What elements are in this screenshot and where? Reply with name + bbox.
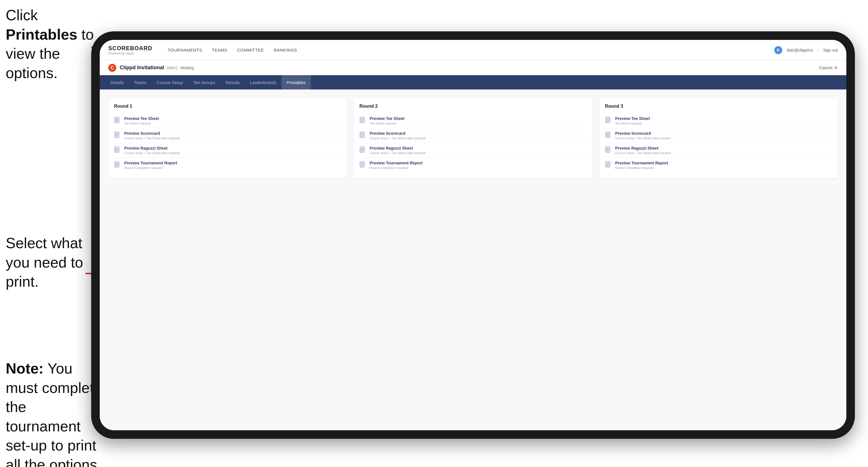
instruction-middle-text: Select what you need to print.	[6, 235, 83, 290]
main-content: Round 1 Preview Tee Sheet Tee Sheet requ…	[100, 90, 846, 430]
printables-bold: Printables	[6, 26, 77, 43]
nav-tournaments[interactable]: TOURNAMENTS	[163, 46, 206, 54]
tablet-screen: SCOREBOARD Powered by clippd TOURNAMENTS…	[100, 40, 846, 430]
cancel-label: Cancel	[819, 65, 832, 70]
tournament-status: Hosting	[180, 65, 194, 70]
tournament-name: Clippd Invitational	[120, 65, 164, 71]
round-3-raguzzi[interactable]: Preview Raguzzi Sheet Course setup + Tee…	[605, 143, 832, 158]
round-3-section: Round 3 Preview Tee Sheet Tee Sheet requ…	[599, 98, 838, 178]
instruction-bottom-text: Note: You must complete the tournament s…	[6, 360, 102, 467]
top-navigation: SCOREBOARD Powered by clippd TOURNAMENTS…	[100, 40, 846, 60]
r2-report-title: Preview Tournament Report	[370, 161, 423, 165]
svg-rect-2	[115, 117, 119, 123]
round-3-scorecard[interactable]: Preview Scorecard Course setup + Tee She…	[605, 128, 832, 143]
tab-leaderboards[interactable]: Leaderboards	[245, 75, 282, 90]
cancel-button[interactable]: Cancel ✕	[819, 65, 838, 70]
round-2-raguzzi[interactable]: Preview Raguzzi Sheet Course setup + Tee…	[359, 143, 586, 158]
nav-committee[interactable]: COMMITTEE	[233, 46, 268, 54]
r3-raguzzi-sub: Course setup + Tee Sheet data required	[615, 151, 671, 155]
round-2-section: Round 2 Preview Tee Sheet Tee Sheet requ…	[354, 98, 592, 178]
user-area: B blair@clippd.io | Sign out	[774, 46, 838, 54]
user-email: blair@clippd.io	[787, 48, 813, 53]
r3-raguzzi-title: Preview Raguzzi Sheet	[615, 146, 671, 150]
document-icon	[605, 132, 612, 139]
svg-rect-46	[606, 161, 610, 167]
svg-rect-34	[606, 117, 610, 123]
tab-details[interactable]: Details	[105, 75, 129, 90]
r2-tee-sub: Tee Sheet required	[370, 122, 404, 125]
r3-report-title: Preview Tournament Report	[615, 161, 668, 165]
nav-teams[interactable]: TEAMS	[208, 46, 231, 54]
r3-scorecard-sub: Course setup + Tee Sheet data required	[615, 136, 671, 140]
r2-tee-title: Preview Tee Sheet	[370, 116, 404, 121]
rounds-grid: Round 1 Preview Tee Sheet Tee Sheet requ…	[108, 98, 838, 178]
tab-results[interactable]: Results	[220, 75, 245, 90]
r2-raguzzi-title: Preview Raguzzi Sheet	[370, 146, 425, 150]
r3-report-sub: Round Completion required	[615, 166, 668, 169]
instruction-bottom: Note: You must complete the tournament s…	[6, 359, 102, 467]
svg-rect-18	[360, 117, 365, 123]
r3-scorecard-title: Preview Scorecard	[615, 131, 671, 136]
document-icon	[114, 147, 121, 154]
svg-rect-10	[115, 147, 119, 152]
round-1-raguzzi[interactable]: Preview Raguzzi Sheet Course setup + Tee…	[114, 143, 341, 158]
svg-rect-42	[606, 147, 610, 152]
user-avatar: B	[774, 46, 782, 54]
round-2-scorecard[interactable]: Preview Scorecard Course setup + Tee She…	[359, 128, 586, 143]
r3-tee-title: Preview Tee Sheet	[615, 116, 650, 121]
svg-rect-38	[606, 132, 610, 137]
r1-scorecard-sub: Course setup + Tee Sheet data required	[124, 136, 180, 140]
round-1-scorecard[interactable]: Preview Scorecard Course setup + Tee She…	[114, 128, 341, 143]
document-icon	[359, 132, 366, 139]
sub-navigation: Details Teams Course Setup Tee Groups Re…	[100, 75, 846, 90]
main-nav: TOURNAMENTS TEAMS COMMITTEE RANKINGS	[163, 46, 774, 54]
r2-scorecard-sub: Course setup + Tee Sheet data required	[370, 136, 425, 140]
r1-raguzzi-title: Preview Raguzzi Sheet	[124, 146, 180, 150]
round-2-tournament-report[interactable]: Preview Tournament Report Round Completi…	[359, 158, 586, 173]
svg-rect-22	[360, 132, 365, 137]
brand-title: SCOREBOARD	[108, 45, 152, 52]
document-icon	[359, 161, 366, 169]
r1-tee-sub: Tee Sheet required	[124, 122, 159, 125]
round-2-tee-sheet[interactable]: Preview Tee Sheet Tee Sheet required	[359, 114, 586, 128]
tablet-device: SCOREBOARD Powered by clippd TOURNAMENTS…	[91, 31, 855, 439]
document-icon	[605, 117, 612, 125]
tab-teams[interactable]: Teams	[129, 75, 152, 90]
svg-rect-6	[115, 132, 119, 137]
document-icon	[114, 132, 121, 139]
svg-rect-30	[360, 161, 365, 167]
document-icon	[605, 147, 612, 154]
document-icon	[114, 117, 121, 125]
r1-report-title: Preview Tournament Report	[124, 161, 177, 165]
svg-rect-26	[360, 147, 365, 152]
round-1-tournament-report[interactable]: Preview Tournament Report Round Completi…	[114, 158, 341, 173]
brand-logo: SCOREBOARD Powered by clippd	[108, 45, 152, 55]
r1-scorecard-title: Preview Scorecard	[124, 131, 180, 136]
r1-raguzzi-sub: Course setup + Tee Sheet data required	[124, 151, 180, 155]
tab-printables[interactable]: Printables	[282, 75, 311, 90]
tournament-category: (Men)	[167, 65, 178, 70]
round-1-title: Round 1	[114, 104, 341, 109]
document-icon	[359, 147, 366, 154]
sign-out-link[interactable]: Sign out	[823, 48, 838, 53]
nav-rankings[interactable]: RANKINGS	[270, 46, 301, 54]
brand-sub: Powered by clippd	[108, 52, 152, 55]
round-1-section: Round 1 Preview Tee Sheet Tee Sheet requ…	[108, 98, 347, 178]
tournament-bar: C Clippd Invitational (Men) Hosting Canc…	[100, 60, 846, 75]
r2-report-sub: Round Completion required	[370, 166, 423, 169]
svg-rect-14	[115, 161, 119, 167]
r3-tee-sub: Tee Sheet required	[615, 122, 650, 125]
round-3-tee-sheet[interactable]: Preview Tee Sheet Tee Sheet required	[605, 114, 832, 128]
round-2-title: Round 2	[359, 104, 586, 109]
tab-course-setup[interactable]: Course Setup	[152, 75, 188, 90]
round-3-title: Round 3	[605, 104, 832, 109]
document-icon	[605, 161, 612, 169]
r1-tee-title: Preview Tee Sheet	[124, 116, 159, 121]
r2-raguzzi-sub: Course setup + Tee Sheet data required	[370, 151, 425, 155]
document-icon	[359, 117, 366, 125]
round-1-tee-sheet[interactable]: Preview Tee Sheet Tee Sheet required	[114, 114, 341, 128]
tournament-icon: C	[108, 64, 116, 72]
round-3-tournament-report[interactable]: Preview Tournament Report Round Completi…	[605, 158, 832, 173]
note-bold: Note:	[6, 360, 43, 377]
tab-tee-groups[interactable]: Tee Groups	[188, 75, 221, 90]
